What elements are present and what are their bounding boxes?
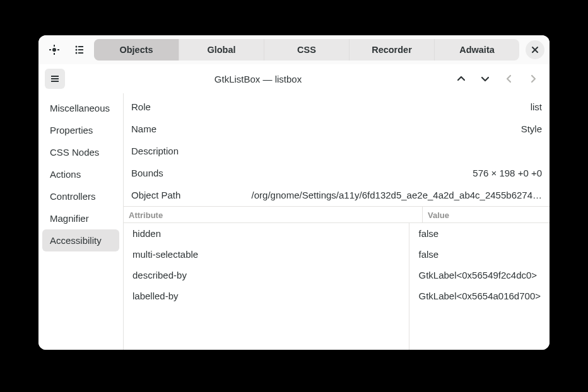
object-toolbar: GtkListBox — listbox	[38, 64, 550, 93]
attribute-name[interactable]: described-by	[124, 265, 409, 285]
tab-objects[interactable]: Objects	[94, 39, 179, 61]
property-value: list	[151, 101, 542, 112]
property-row: Name Style	[124, 118, 550, 140]
chevron-up-icon	[457, 74, 466, 83]
sidebar-item-actions[interactable]: Actions	[42, 163, 119, 185]
chevron-down-icon	[481, 74, 490, 83]
attributes-header: Attribute Value	[124, 206, 550, 223]
sidebar-item-controllers[interactable]: Controllers	[42, 185, 119, 207]
property-key: Description	[131, 146, 179, 156]
view-switcher: Objects Global CSS Recorder Adwaita	[94, 39, 519, 61]
attribute-name[interactable]: hidden	[124, 223, 409, 244]
body: Miscellaneous Properties CSS Nodes Actio…	[38, 93, 550, 350]
attributes-header-attribute[interactable]: Attribute	[124, 207, 423, 222]
close-button[interactable]	[526, 40, 544, 59]
tab-css[interactable]: CSS	[264, 39, 350, 61]
property-key: Object Path	[131, 190, 180, 200]
list-icon-button[interactable]	[69, 39, 90, 61]
hamburger-icon	[50, 74, 60, 84]
svg-rect-9	[51, 81, 59, 82]
attribute-name[interactable]: labelled-by	[124, 285, 409, 306]
svg-rect-8	[51, 78, 59, 79]
property-key: Name	[131, 124, 156, 134]
chevron-right-icon	[529, 74, 538, 83]
sidebar-item-miscellaneous[interactable]: Miscellaneous	[42, 97, 119, 119]
sidebar: Miscellaneous Properties CSS Nodes Actio…	[38, 93, 123, 350]
svg-rect-4	[78, 46, 83, 47]
nav-up-button[interactable]	[451, 69, 471, 89]
nav-prev-button[interactable]	[499, 69, 519, 89]
nav-down-button[interactable]	[475, 69, 495, 89]
property-key: Bounds	[131, 168, 163, 178]
property-key: Role	[131, 101, 151, 112]
svg-point-2	[76, 49, 78, 51]
chevron-left-icon	[505, 74, 514, 83]
property-row: Description	[124, 140, 550, 162]
svg-rect-5	[78, 49, 83, 50]
attributes-body: hidden multi-selectable described-by lab…	[124, 223, 550, 350]
tab-adwaita[interactable]: Adwaita	[435, 39, 519, 61]
object-title: GtkListBox — listbox	[69, 74, 447, 84]
property-value: 576 × 198 +0 +0	[163, 168, 542, 178]
svg-point-3	[76, 52, 78, 54]
attribute-name[interactable]: multi-selectable	[124, 244, 409, 265]
sidebar-item-accessibility[interactable]: Accessibility	[42, 229, 119, 251]
attribute-value[interactable]: GtkLabel<0x56549f2c4dc0>	[409, 265, 550, 285]
attributes-header-value[interactable]: Value	[423, 207, 550, 222]
tab-global[interactable]: Global	[179, 39, 264, 61]
nav-next-button[interactable]	[523, 69, 543, 89]
target-icon-button[interactable]	[44, 39, 65, 61]
list-icon	[74, 45, 85, 55]
property-value: Style	[156, 124, 542, 134]
attribute-value[interactable]: false	[409, 244, 550, 265]
property-row: Role list	[124, 96, 550, 118]
sidebar-item-properties[interactable]: Properties	[42, 119, 119, 141]
svg-point-0	[52, 48, 56, 52]
attribute-value[interactable]: false	[409, 223, 550, 244]
sidebar-toggle-button[interactable]	[45, 69, 65, 89]
headerbar: Objects Global CSS Recorder Adwaita	[38, 35, 550, 64]
property-row: Object Path /org/gnome/Settings/a11y/6fd…	[124, 184, 550, 206]
property-list: Role list Name Style Description Bounds …	[124, 93, 550, 206]
tab-recorder[interactable]: Recorder	[350, 39, 435, 61]
target-icon	[49, 45, 59, 55]
attribute-value[interactable]: GtkLabel<0x5654a016d700>	[409, 285, 550, 306]
property-value: /org/gnome/Settings/a11y/6fd132d5_ae2e_4…	[180, 190, 542, 200]
svg-rect-7	[51, 76, 59, 77]
sidebar-item-css-nodes[interactable]: CSS Nodes	[42, 141, 119, 163]
main-pane: Role list Name Style Description Bounds …	[123, 93, 550, 350]
attributes-column-attribute: hidden multi-selectable described-by lab…	[124, 223, 409, 350]
property-row: Bounds 576 × 198 +0 +0	[124, 162, 550, 184]
svg-point-1	[76, 46, 78, 48]
close-icon	[531, 46, 539, 54]
svg-rect-6	[78, 52, 83, 54]
sidebar-item-magnifier[interactable]: Magnifier	[42, 207, 119, 229]
inspector-window: Objects Global CSS Recorder Adwaita GtkL…	[38, 35, 550, 350]
attributes-column-value: false false GtkLabel<0x56549f2c4dc0> Gtk…	[409, 223, 550, 350]
